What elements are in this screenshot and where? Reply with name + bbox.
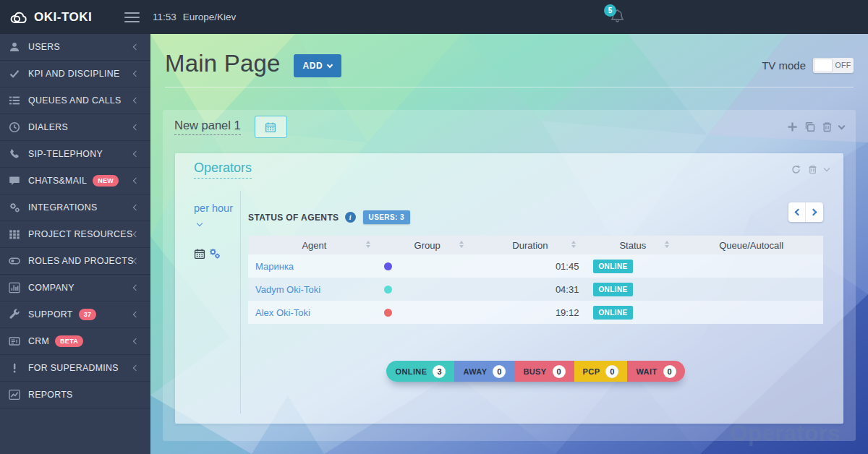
status-segment-count: 0 (605, 365, 618, 378)
add-button[interactable]: ADD (294, 54, 342, 77)
sort-control[interactable] (571, 241, 576, 248)
table-header: Agent Group Duration Status Queue/Autoca… (248, 236, 823, 254)
operators-widget: Operators per hour (175, 153, 843, 424)
chat-icon (9, 175, 20, 187)
panel-calendar-button[interactable] (255, 116, 287, 138)
sidebar-item-label: CHATS&MAIL (28, 176, 87, 186)
widget-header: Operators (175, 153, 843, 185)
topbar: OKI-TOKI 11:53 Europe/Kiev 5 (0, 0, 868, 34)
widget-controls-column: per hour (194, 191, 240, 414)
chevron-left-icon (133, 285, 139, 291)
status-segment-count: 0 (663, 365, 676, 378)
column-header-duration: Duration (474, 236, 586, 254)
status-segment-count: 3 (433, 365, 446, 378)
duration-cell: 01:45 (474, 254, 586, 278)
sort-control[interactable] (366, 241, 370, 248)
status-filter-away[interactable]: AWAY 0 (454, 361, 514, 382)
sidebar-item-integrations[interactable]: INTEGRATIONS (0, 194, 150, 221)
agent-link[interactable]: Alex Oki-Toki (248, 307, 310, 318)
cloud-logo-icon (9, 10, 28, 25)
collapse-widget-icon[interactable] (824, 166, 830, 171)
sidebar-item-label: SIP-TELEPHONY (28, 149, 103, 159)
sidebar-item-chats-mail[interactable]: CHATS&MAIL NEW (0, 168, 150, 194)
chevron-left-icon (794, 209, 801, 216)
toggle-icon (9, 255, 20, 267)
sidebar-item-label: ROLES AND PROJECTS (28, 256, 134, 266)
status-badge: ONLINE (593, 283, 632, 296)
sidebar-item-sip-telephony[interactable]: SIP-TELEPHONY (0, 141, 150, 168)
copy-panel-icon[interactable] (804, 121, 815, 132)
widget-actions (791, 165, 829, 174)
sidebar-item-company[interactable]: COMPANY (0, 275, 150, 301)
sidebar-item-users[interactable]: USERS (0, 34, 150, 61)
panel-title[interactable]: New panel 1 (174, 119, 241, 135)
chevron-left-icon (133, 98, 139, 103)
status-filter-wait[interactable]: WAIT 0 (627, 361, 684, 382)
delete-panel-icon[interactable] (822, 121, 833, 132)
clock: 11:53 Europe/Kiev (153, 12, 236, 22)
sidebar-item-label: KPI AND DISCIPLINE (28, 69, 120, 79)
next-page-button[interactable] (806, 202, 823, 222)
sidebar-item-project-resources[interactable]: PROJECT RESOURCES (0, 221, 150, 248)
sidebar-item-label: USERS (28, 42, 60, 52)
chevron-left-icon (133, 258, 139, 264)
status-segment-label: AWAY (463, 367, 487, 376)
sidebar-item-crm[interactable]: CRM BETA (0, 328, 150, 355)
tv-mode-toggle[interactable]: OFF (813, 58, 854, 73)
sidebar-item-queues-and-calls[interactable]: QUEUES AND CALLS (0, 87, 150, 114)
sort-control[interactable] (459, 241, 464, 248)
sort-control[interactable] (665, 241, 669, 248)
sidebar-item-dialers[interactable]: DIALERS (0, 114, 150, 141)
notification-count-badge: 5 (604, 4, 616, 17)
sidebar-nav: USERS KPI AND DISCIPLINE QUEUES AND CALL… (0, 34, 150, 408)
sidebar-item-badge: 37 (79, 309, 97, 320)
period-select[interactable]: per hour (194, 201, 233, 231)
collapse-panel-icon[interactable] (838, 122, 846, 129)
refresh-icon[interactable] (791, 165, 801, 174)
sidebar-item-badge: NEW (93, 175, 119, 187)
sidebar-item-support[interactable]: SUPPORT 37 (0, 301, 150, 328)
sidebar-item-reports[interactable]: REPORTS (0, 382, 150, 408)
chevron-left-icon (133, 44, 139, 50)
table-row: Alex Oki-Toki 19:12 ONLINE (248, 301, 823, 324)
user-icon (9, 41, 20, 53)
column-header-group: Group (380, 236, 475, 254)
widget-settings-gear-icon[interactable] (208, 247, 221, 260)
info-icon[interactable]: i (345, 212, 356, 223)
chevron-left-icon (133, 71, 139, 77)
brand-logo[interactable]: OKI-TOKI (0, 10, 109, 25)
prev-page-button[interactable] (788, 202, 806, 222)
phone-icon (9, 148, 20, 160)
wrench-icon (9, 309, 20, 320)
widget-title[interactable]: Operators (194, 160, 252, 179)
panel-header: New panel 1 (163, 110, 856, 144)
sidebar-item-label: PROJECT RESOURCES (28, 229, 132, 239)
agent-link[interactable]: Маринка (248, 261, 294, 272)
widget-main-header: STATUS OF AGENTS i USERS: 3 (248, 198, 823, 224)
chevron-right-icon (810, 209, 817, 216)
status-segment-count: 0 (493, 365, 506, 378)
status-segment-label: WAIT (636, 367, 657, 376)
notifications-button[interactable]: 5 (610, 8, 625, 27)
sidebar-item-label: CRM (28, 336, 49, 346)
column-header-agent: Agent (248, 236, 380, 254)
time: 11:53 (153, 12, 176, 22)
table-row: Маринка 01:45 ONLINE (248, 254, 823, 278)
table-body: Маринка 01:45 ONLINE Vadym Oki-Toki 04:3… (248, 254, 823, 324)
menu-toggle-icon[interactable] (124, 12, 140, 22)
add-widget-icon[interactable] (787, 121, 798, 132)
chevron-left-icon (133, 231, 139, 237)
panel: New panel 1 Operators (163, 110, 856, 441)
status-filter-busy[interactable]: BUSY 0 (514, 361, 574, 382)
sidebar-item-kpi-and-discipline[interactable]: KPI AND DISCIPLINE (0, 61, 150, 87)
page-title: Main Page (165, 50, 281, 77)
sidebar-item-roles-and-projects[interactable]: ROLES AND PROJECTS (0, 248, 150, 275)
calendar-icon (265, 121, 276, 133)
widget-calendar-icon[interactable] (194, 248, 205, 260)
status-filter-online[interactable]: ONLINE 3 (386, 361, 454, 382)
agent-link[interactable]: Vadym Oki-Toki (248, 284, 320, 295)
delete-widget-icon[interactable] (808, 165, 817, 174)
status-filter-pcp[interactable]: PCP 0 (574, 361, 628, 382)
sidebar-item-for-superadmins[interactable]: FOR SUPERADMINS (0, 355, 150, 382)
pager (788, 202, 823, 222)
